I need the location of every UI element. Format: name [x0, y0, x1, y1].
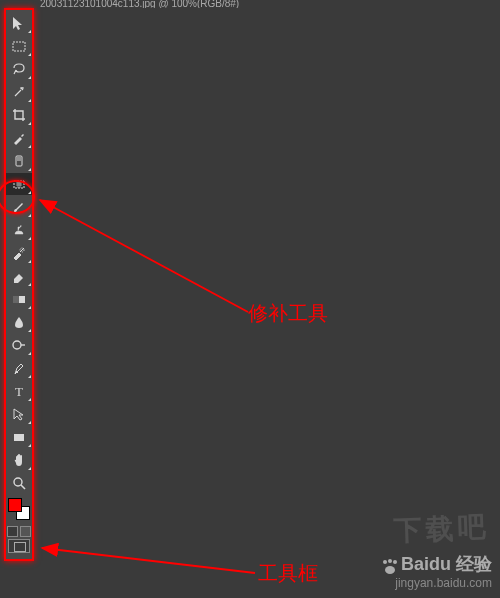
quick-mask-row [6, 526, 32, 537]
paw-icon [381, 560, 399, 574]
canvas-area[interactable] [40, 8, 500, 598]
svg-rect-8 [14, 434, 24, 441]
lasso-tool[interactable] [6, 58, 32, 80]
brush-tool[interactable] [6, 196, 32, 218]
standard-mode-button[interactable] [7, 526, 18, 537]
watermark-brand: Baidu 经验 [401, 554, 492, 574]
baidu-watermark: Baidu 经验 jingyan.baidu.com [381, 554, 492, 590]
spot-healing-brush-tool[interactable] [6, 150, 32, 172]
svg-point-9 [14, 478, 22, 486]
svg-text:T: T [15, 384, 23, 399]
svg-rect-0 [13, 42, 25, 51]
eyedropper-tool[interactable] [6, 127, 32, 149]
move-tool[interactable] [6, 12, 32, 34]
gradient-tool[interactable] [6, 288, 32, 310]
tools-panel: T [4, 8, 34, 561]
rectangular-marquee-tool[interactable] [6, 35, 32, 57]
svg-rect-2 [14, 181, 24, 188]
foreground-color[interactable] [8, 498, 22, 512]
blur-tool[interactable] [6, 311, 32, 333]
rectangle-tool[interactable] [6, 426, 32, 448]
document-title: 20031123101004c113.jpg @ 100%(RGB/8#) [40, 0, 239, 8]
dodge-tool[interactable] [6, 334, 32, 356]
screen-mode-row [6, 539, 32, 553]
zoom-tool[interactable] [6, 472, 32, 494]
patch-tool[interactable] [6, 173, 32, 195]
quick-mask-button[interactable] [20, 526, 31, 537]
svg-rect-5 [13, 296, 19, 303]
svg-point-6 [13, 341, 21, 349]
color-swatches[interactable] [6, 496, 32, 524]
history-brush-tool[interactable] [6, 242, 32, 264]
watermark-url: jingyan.baidu.com [381, 576, 492, 590]
path-selection-tool[interactable] [6, 403, 32, 425]
pen-tool[interactable] [6, 357, 32, 379]
clone-stamp-tool[interactable] [6, 219, 32, 241]
type-tool[interactable]: T [6, 380, 32, 402]
hand-tool[interactable] [6, 449, 32, 471]
eraser-tool[interactable] [6, 265, 32, 287]
screen-mode-button[interactable] [8, 539, 30, 553]
document-tab[interactable]: 20031123101004c113.jpg @ 100%(RGB/8#) [40, 0, 239, 8]
crop-tool[interactable] [6, 104, 32, 126]
magic-wand-tool[interactable] [6, 81, 32, 103]
